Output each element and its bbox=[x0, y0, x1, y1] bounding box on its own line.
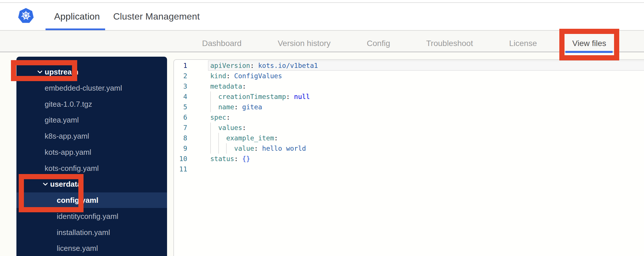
yaml-value: gitea bbox=[242, 103, 262, 111]
code-line-2[interactable]: 2kind: ConfigValues bbox=[174, 71, 644, 81]
line-number: 4 bbox=[174, 91, 187, 102]
yaml-value: {} bbox=[242, 155, 250, 163]
yaml-key: kind bbox=[210, 72, 226, 80]
tree-item-label: identityconfig.yaml bbox=[57, 212, 118, 221]
tree-item-embedded-cluster-yaml[interactable]: embedded-cluster.yaml bbox=[16, 80, 167, 96]
code-text: metadata: bbox=[210, 81, 246, 91]
code-text: name: gitea bbox=[210, 102, 262, 112]
yaml-editor-panel[interactable]: 1apiVersion: kots.io/v1beta12kind: Confi… bbox=[173, 59, 644, 256]
yaml-colon: : bbox=[234, 103, 238, 111]
code-text: apiVersion: kots.io/v1beta1 bbox=[210, 60, 318, 71]
subnav-tab-view-files[interactable]: View files bbox=[572, 39, 606, 48]
line-number: 8 bbox=[174, 133, 187, 143]
tree-item-license-yaml[interactable]: license.yaml bbox=[16, 240, 167, 256]
line-number: 2 bbox=[174, 71, 187, 81]
tree-item-label: gitea-1.0.7.tgz bbox=[45, 100, 92, 109]
tree-item-label: kots-config.yaml bbox=[45, 164, 99, 173]
code-line-8[interactable]: 8 example_item: bbox=[174, 133, 644, 143]
yaml-key: creationTimestamp bbox=[218, 93, 286, 100]
window-top-divider bbox=[0, 2, 644, 3]
header-tab-application[interactable]: Application bbox=[54, 11, 100, 22]
yaml-colon: : bbox=[242, 124, 246, 131]
kots-admin-console: { "header": { "logo": {"icon": "kubernet… bbox=[0, 0, 644, 256]
tree-item-kots-app-yaml[interactable]: kots-app.yaml bbox=[16, 144, 167, 160]
code-text: status: {} bbox=[210, 154, 250, 164]
tree-item-gitea-1-0-7-tgz[interactable]: gitea-1.0.7.tgz bbox=[16, 96, 167, 112]
line-number: 7 bbox=[174, 123, 187, 133]
subnav-tab-version-history[interactable]: Version history bbox=[278, 39, 331, 48]
subnav-tab-license[interactable]: License bbox=[509, 39, 537, 48]
yaml-colon: : bbox=[226, 114, 230, 121]
code-line-7[interactable]: 7 values: bbox=[174, 123, 644, 133]
yaml-key: metadata bbox=[210, 83, 242, 90]
code-line-5[interactable]: 5 name: gitea bbox=[174, 102, 644, 112]
code-text: value: hello world bbox=[210, 143, 306, 154]
yaml-colon: : bbox=[254, 145, 258, 152]
line-number: 11 bbox=[174, 164, 187, 174]
code-text: spec: bbox=[210, 112, 230, 123]
line-number: 6 bbox=[174, 112, 187, 123]
yaml-key: status bbox=[210, 155, 234, 163]
yaml-colon: : bbox=[250, 62, 254, 69]
yaml-colon: : bbox=[286, 93, 290, 100]
yaml-key: example_item bbox=[226, 134, 274, 142]
view-files-tab-underline bbox=[565, 51, 613, 53]
chevron-down-icon[interactable] bbox=[37, 70, 42, 74]
code-text: example_item: bbox=[210, 133, 278, 143]
code-line-10[interactable]: 10status: {} bbox=[174, 154, 644, 164]
yaml-colon: : bbox=[226, 72, 230, 80]
tree-item-gitea-yaml[interactable]: gitea.yaml bbox=[16, 112, 167, 128]
subnav-tab-troubleshoot[interactable]: Troubleshoot bbox=[426, 39, 473, 48]
tree-item-label: k8s-app.yaml bbox=[45, 132, 89, 141]
tree-item-label: kots-app.yaml bbox=[45, 148, 91, 157]
yaml-colon: : bbox=[242, 83, 246, 90]
yaml-value: kots.io/v1beta1 bbox=[258, 62, 318, 69]
code-line-4[interactable]: 4 creationTimestamp: null bbox=[174, 91, 644, 102]
subnav-tab-dashboard[interactable]: Dashboard bbox=[202, 39, 242, 48]
app-header: ApplicationCluster Management bbox=[0, 0, 644, 30]
yaml-key: values bbox=[218, 124, 242, 131]
code-line-11[interactable]: 11 bbox=[174, 164, 644, 174]
tree-item-label: config.yaml bbox=[57, 196, 98, 205]
yaml-key: value bbox=[234, 145, 254, 152]
tree-item-label: installation.yaml bbox=[57, 228, 110, 237]
tree-item-label: gitea.yaml bbox=[45, 116, 79, 125]
subnav-bottom-border bbox=[0, 51, 644, 52]
line-number: 1 bbox=[174, 60, 187, 71]
tree-item-k8s-app-yaml[interactable]: k8s-app.yaml bbox=[16, 128, 167, 144]
code-text: values: bbox=[210, 123, 246, 133]
chevron-down-icon[interactable] bbox=[43, 183, 48, 186]
code-text: kind: ConfigValues bbox=[210, 71, 282, 81]
line-number: 3 bbox=[174, 81, 187, 91]
tree-item-kots-config-yaml[interactable]: kots-config.yaml bbox=[16, 160, 167, 176]
kubernetes-logo-icon bbox=[18, 8, 34, 24]
tree-item-label: license.yaml bbox=[57, 244, 98, 253]
line-number: 10 bbox=[174, 154, 187, 164]
yaml-key: name bbox=[218, 103, 234, 111]
line-number: 5 bbox=[174, 102, 187, 112]
code-text: creationTimestamp: null bbox=[210, 91, 310, 102]
tree-item-upstream[interactable]: upstream bbox=[16, 64, 167, 80]
code-line-3[interactable]: 3metadata: bbox=[174, 81, 644, 91]
yaml-colon: : bbox=[234, 155, 238, 163]
tree-item-userdata[interactable]: userdata bbox=[16, 176, 167, 192]
yaml-colon: : bbox=[274, 134, 278, 142]
tree-item-installation-yaml[interactable]: installation.yaml bbox=[16, 224, 167, 240]
line-number: 9 bbox=[174, 143, 187, 154]
subnav-tab-config[interactable]: Config bbox=[367, 39, 390, 48]
tree-item-label: userdata bbox=[50, 180, 81, 189]
yaml-value: ConfigValues bbox=[234, 72, 282, 80]
file-tree-sidebar: upstreamembedded-cluster.yamlgitea-1.0.7… bbox=[16, 57, 167, 256]
code-line-1[interactable]: 1apiVersion: kots.io/v1beta1 bbox=[174, 60, 644, 71]
yaml-key: apiVersion bbox=[210, 62, 250, 69]
yaml-value: hello world bbox=[262, 145, 306, 152]
tree-item-identityconfig-yaml[interactable]: identityconfig.yaml bbox=[16, 208, 167, 224]
header-tab-cluster-management[interactable]: Cluster Management bbox=[113, 11, 200, 22]
tree-item-config-yaml[interactable]: config.yaml bbox=[16, 192, 167, 208]
tree-item-label: upstream bbox=[45, 68, 78, 77]
code-line-9[interactable]: 9 value: hello world bbox=[174, 143, 644, 154]
tree-item-label: embedded-cluster.yaml bbox=[45, 84, 122, 93]
code-line-6[interactable]: 6spec: bbox=[174, 112, 644, 123]
yaml-key: spec bbox=[210, 114, 226, 121]
yaml-value: null bbox=[294, 93, 310, 100]
